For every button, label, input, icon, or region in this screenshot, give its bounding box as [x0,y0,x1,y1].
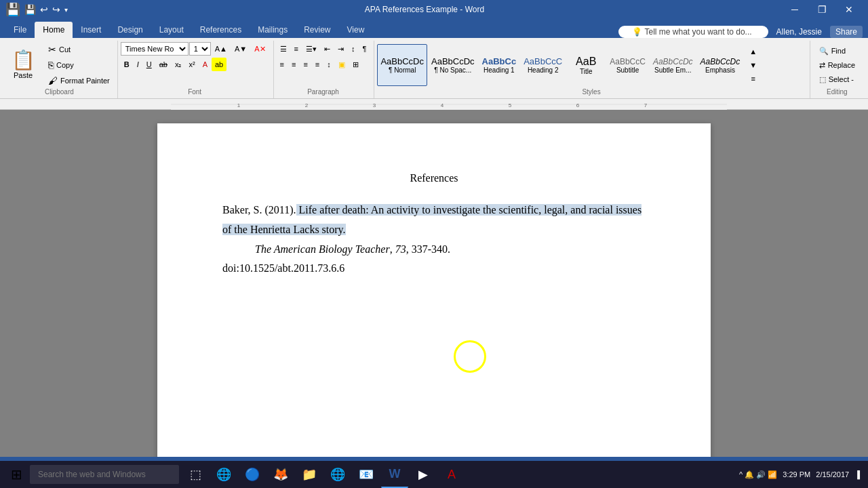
style-no-spacing[interactable]: AaBbCcDc ¶ No Spac... [428,44,478,86]
ruler: 1 2 3 4 5 6 7 [0,99,868,110]
start-button[interactable]: ⊞ [3,461,30,488]
style-heading2[interactable]: AaBbCcC Heading 2 [520,44,566,86]
restore-button[interactable]: ❐ [808,0,835,19]
task-view-icon: ⬚ [190,467,201,482]
document-page[interactable]: References Baker, S. (2011). Life after … [157,123,711,457]
taskbar-edge[interactable]: 🌐 [210,461,237,488]
taskbar-word[interactable]: W [381,461,408,488]
superscript-button[interactable]: x² [185,58,198,71]
svg-text:7: 7 [644,102,648,108]
shrink-font-button[interactable]: A▼ [231,42,250,56]
decrease-indent-button[interactable]: ⇤ [321,42,334,56]
ref-doi: doi:10.1525/abt.2011.73.6.6 [222,262,344,274]
numbering-button[interactable]: ≡ [291,42,302,56]
taskbar-file-explorer[interactable]: 📁 [296,461,323,488]
clear-format-button[interactable]: A✕ [251,42,269,56]
taskbar-acrobat[interactable]: A [438,461,465,488]
increase-indent-button[interactable]: ⇥ [334,42,347,56]
align-right-button[interactable]: ≡ [300,58,311,71]
taskbar-outlook[interactable]: 📧 [353,461,380,488]
close-button[interactable]: ✕ [835,0,863,19]
tab-home[interactable]: Home [35,22,73,38]
clipboard-group: 📋 Paste ✂ Cut ⎘ Copy 🖌 Format Painter [3,41,118,98]
edge-icon: 🌐 [216,467,231,482]
taskbar-chrome[interactable]: 🌐 [324,461,351,488]
minimize-button[interactable]: ─ [781,0,808,19]
save-icon[interactable]: 💾 [24,4,36,15]
taskbar-search[interactable] [30,465,179,484]
styles-container: AaBbCcDc ¶ Normal AaBbCcDc ¶ No Spac... … [377,43,743,87]
styles-group: AaBbCcDc ¶ Normal AaBbCcDc ¶ No Spac... … [374,41,810,98]
style-title[interactable]: AaB Title [566,44,606,86]
undo-icon[interactable]: ↩ [40,4,48,15]
multilevel-button[interactable]: ☰▾ [302,42,320,56]
underline-button[interactable]: U [143,58,155,71]
taskbar-ie[interactable]: 🔵 [239,461,266,488]
style-normal[interactable]: AaBbCcDc ¶ Normal [377,44,427,86]
strikethrough-button[interactable]: ab [156,58,171,71]
subscript-button[interactable]: x₂ [172,58,185,71]
paste-button[interactable]: 📋 Paste [5,43,41,87]
tab-design[interactable]: Design [109,22,151,38]
font-color-button[interactable]: A [199,58,211,71]
style-emphasis[interactable]: AaBbCcDc Emphasis [697,44,744,86]
style-subtitle[interactable]: AaBbCcC Subtitle [606,44,649,86]
share-button[interactable]: Share [830,26,863,38]
style-subtle-em[interactable]: AaBbCcDc Subtle Em... [650,44,696,86]
replace-button[interactable]: ⇄ Replace [814,59,860,72]
bold-button[interactable]: B [121,58,133,71]
borders-button[interactable]: ⊞ [349,58,362,71]
svg-text:1: 1 [237,102,241,108]
highlight-button[interactable]: ab [212,58,226,71]
taskbar: ⊞ ⬚ 🌐 🔵 🦊 📁 🌐 📧 W ▶ A [0,461,868,488]
tab-layout[interactable]: Layout [151,22,192,38]
paragraph-group: ☰ ≡ ☰▾ ⇤ ⇥ ↕ ¶ ≡ ≡ ≡ ≡ ↕ ▣ ⊞ Paragraph [274,41,375,98]
shading-button[interactable]: ▣ [335,58,349,71]
taskbar-firefox[interactable]: 🦊 [267,461,294,488]
styles-scroll-up[interactable]: ▲ [746,45,760,58]
tab-view[interactable]: View [339,22,373,38]
find-button[interactable]: 🔍 Find [814,45,860,58]
systray-icons: ^ 🔔 🔊 📶 [739,470,777,479]
italic-button[interactable]: I [134,58,142,71]
cut-button[interactable]: ✂ Cut [45,42,113,57]
lightbulb-icon: 💡 [632,27,642,37]
styles-scroll-down[interactable]: ▼ [746,58,760,72]
tab-references[interactable]: References [192,22,250,38]
tab-mailings[interactable]: Mailings [250,22,296,38]
show-hide-button[interactable]: ¶ [359,42,370,56]
redo-icon[interactable]: ↪ [52,4,60,15]
align-left-button[interactable]: ≡ [277,58,288,71]
document-title: References [222,172,646,184]
bullets-button[interactable]: ☰ [277,42,290,56]
windows-icon: ⊞ [11,466,22,483]
taskbar-app-icons: ⬚ 🌐 🔵 🦊 📁 🌐 📧 W ▶ A [182,461,465,488]
line-spacing-button[interactable]: ↕ [323,58,334,71]
tab-review[interactable]: Review [296,22,338,38]
user-name: Allen, Jessie [776,27,822,37]
tab-insert[interactable]: Insert [73,22,109,38]
tab-file[interactable]: File [5,22,35,38]
justify-button[interactable]: ≡ [312,58,323,71]
format-painter-button[interactable]: 🖌 Format Painter [45,73,113,88]
align-center-button[interactable]: ≡ [288,58,299,71]
select-button[interactable]: ⬚ Select - [814,73,860,86]
ref-doi-line: doi:10.1525/abt.2011.73.6.6 [222,259,646,279]
show-desktop-button[interactable]: ▐ [854,470,860,479]
grow-font-button[interactable]: A▲ [212,42,231,56]
font-size-select[interactable]: 12 [189,42,211,56]
svg-text:4: 4 [441,102,444,108]
font-name-select[interactable]: Times New Ro [121,42,189,56]
styles-more[interactable]: ≡ [746,72,760,85]
style-heading1[interactable]: AaBbCc Heading 1 [479,44,520,86]
taskbar-task-view[interactable]: ⬚ [182,461,209,488]
ref-journal-line: The American Biology Teacher, 73, 337-34… [222,240,646,260]
taskbar-media[interactable]: ▶ [410,461,437,488]
copy-button[interactable]: ⎘ Copy [45,58,113,73]
ref-journal-name: The American Biology Teacher [255,243,390,255]
paragraph-label: Paragraph [277,88,370,97]
sort-button[interactable]: ↕ [348,42,359,56]
window-title: APA References Example - Word [68,5,781,14]
tell-me-box[interactable]: 💡 Tell me what you want to do... [618,26,768,38]
quick-access-toolbar: 💾 💾 ↩ ↪ ▾ [5,2,68,17]
